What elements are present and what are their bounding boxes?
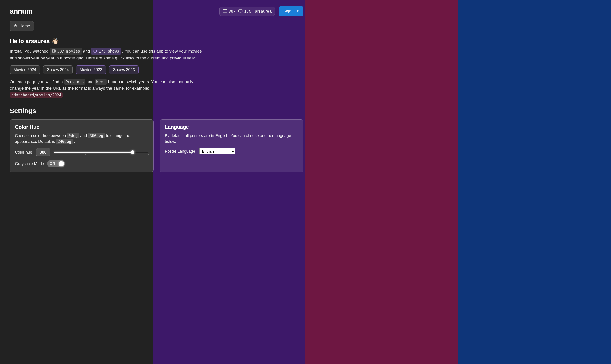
movies-stat[interactable]: 387 — [223, 9, 236, 14]
username: arsaurea — [255, 9, 272, 14]
code-next: Next — [95, 79, 107, 85]
shows-pill: 175 shows — [91, 48, 121, 55]
intro-paragraph-2: On each page you will find a Previous an… — [10, 78, 203, 98]
grayscale-toggle[interactable]: ON — [47, 160, 65, 167]
shows-stat[interactable]: 175 — [238, 9, 251, 14]
stats-bar: 387 175 arsaurea — [219, 7, 275, 16]
svg-rect-4 — [239, 10, 242, 12]
greeting-text: Hello arsaurea — [10, 38, 50, 45]
movies-pill: 387 movies — [50, 48, 82, 55]
language-card: Language By default, all posters are in … — [160, 119, 303, 172]
code-min: 0deg — [67, 133, 79, 138]
language-title: Language — [165, 124, 299, 130]
hue-slider[interactable] — [54, 150, 149, 155]
poster-language-label: Poster Language — [165, 149, 195, 154]
hue-label: Color hue — [15, 150, 32, 155]
shows-2023-button[interactable]: Shows 2023 — [109, 65, 139, 74]
grayscale-label: Grayscale Mode — [15, 162, 44, 166]
intro-paragraph: In total, you watched 387 movies and 175… — [10, 48, 207, 62]
header: annum 387 175 arsaurea Sign Out — [10, 6, 303, 16]
signout-button[interactable]: Sign Out — [279, 6, 303, 16]
movies-2024-button[interactable]: Movies 2024 — [10, 65, 40, 74]
hue-value[interactable]: 300 — [36, 148, 50, 156]
tv-icon — [93, 48, 97, 54]
code-previous: Previous — [64, 79, 85, 85]
code-default: 240deg — [56, 139, 73, 144]
color-hue-card: Color Hue Choose a color hue between 0de… — [10, 119, 153, 172]
home-label: Home — [19, 24, 30, 28]
movies-count: 387 — [229, 9, 236, 14]
movies-2023-button[interactable]: Movies 2023 — [76, 65, 106, 74]
color-hue-desc: Choose a color hue between 0deg and 360d… — [15, 133, 149, 145]
language-desc: By default, all posters are in English. … — [165, 133, 299, 145]
greeting: Hello arsaurea 👋🏻 — [10, 38, 303, 45]
poster-language-select[interactable]: English — [199, 148, 235, 155]
film-icon — [223, 9, 227, 14]
wave-icon: 👋🏻 — [51, 38, 58, 45]
shows-count: 175 — [244, 9, 251, 14]
code-max: 360deg — [88, 133, 105, 138]
brand-logo[interactable]: annum — [10, 7, 32, 15]
home-icon — [14, 24, 18, 29]
film-icon — [52, 48, 55, 54]
settings-heading: Settings — [10, 107, 303, 115]
shows-2024-button[interactable]: Shows 2024 — [43, 65, 73, 74]
color-hue-title: Color Hue — [15, 124, 149, 130]
svg-rect-10 — [93, 50, 97, 52]
code-url-example: /dashboard/movies/2024 — [10, 92, 63, 98]
quick-links: Movies 2024 Shows 2024 Movies 2023 Shows… — [10, 65, 303, 74]
tv-icon — [238, 9, 243, 14]
home-button[interactable]: Home — [10, 21, 34, 31]
toggle-knob — [59, 161, 64, 167]
